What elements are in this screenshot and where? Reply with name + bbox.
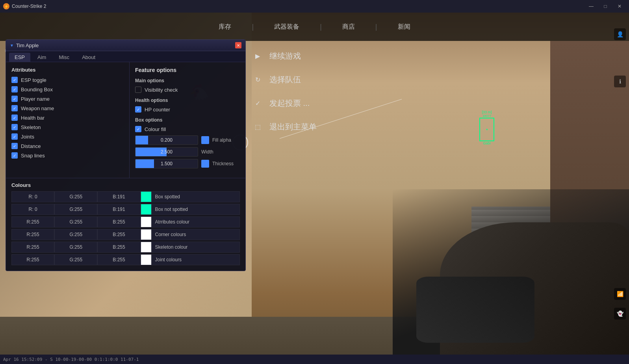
colour-name-3: Corner colours (152, 229, 240, 240)
colour-row-4: R:255 G:255 B:255 Skeleton colour (11, 242, 240, 253)
tab-aim[interactable]: Aim (32, 53, 52, 62)
colour-fill-checkbox[interactable]: ✓ (135, 126, 141, 132)
colour-b-5: B:255 (97, 254, 140, 265)
bounding-box-item: ✓ Bounding Box (11, 86, 124, 92)
snap-lines-checkbox[interactable]: ✓ (11, 152, 18, 159)
colour-swatch-0[interactable] (141, 191, 152, 202)
thickness-color-swatch[interactable] (201, 160, 209, 168)
player-box: ✦ (479, 118, 494, 141)
nav-shop[interactable]: 商店 (338, 21, 360, 33)
player-name-checkbox[interactable]: ✓ (11, 96, 18, 102)
colour-name-4: Skeleton colour (152, 242, 240, 253)
nav-weapons[interactable]: 武器装备 (269, 21, 304, 33)
colour-swatch-5[interactable] (141, 254, 152, 265)
minimize-button[interactable]: — (585, 0, 597, 13)
team-icon: ↻ (252, 74, 263, 85)
nav-news[interactable]: 新闻 (393, 21, 415, 33)
snap-lines-label: Snap lines (21, 153, 45, 159)
tab-misc[interactable]: Misc (53, 53, 75, 62)
app-icon: ⚡ (3, 3, 9, 9)
main-options-section: Main options Visibility check (135, 78, 240, 93)
colour-r-4: R:255 (11, 242, 54, 253)
colour-r-0: R: 0 (11, 191, 54, 202)
weapon-name-checkbox[interactable]: ✓ (11, 105, 18, 111)
colour-r-2: R:255 (11, 216, 54, 227)
box-options-label: Box options (135, 117, 240, 123)
thickness-label: Thickness (212, 161, 240, 166)
bounding-box-checkbox[interactable]: ✓ (11, 86, 18, 92)
weapon-name-label: Weapon name (21, 105, 54, 111)
fill-alpha-row: 0.200 Fill alpha (135, 135, 240, 145)
hp-counter-item: ✓ HP counter (135, 106, 240, 113)
fill-alpha-color-swatch[interactable] (201, 136, 209, 144)
nav-inventory[interactable]: 库存 (214, 21, 236, 33)
user-icon[interactable]: 👤 (614, 28, 626, 40)
info-icon[interactable]: ℹ (614, 76, 626, 87)
thickness-slider[interactable]: 1.500 (135, 159, 198, 168)
colour-fill-label: Colour fill (145, 126, 166, 132)
distance-checkbox[interactable]: ✓ (11, 143, 18, 149)
colour-g-1: G:255 (54, 204, 97, 215)
vote-icon: ✓ (252, 98, 263, 109)
tab-esp[interactable]: ESP (9, 53, 30, 62)
menu-team[interactable]: ↻ 选择队伍 (244, 68, 362, 91)
maximize-button[interactable]: □ (599, 0, 612, 13)
close-button[interactable]: ✕ (613, 0, 626, 13)
main-options-label: Main options (135, 78, 240, 83)
hp-counter-checkbox[interactable]: ✓ (135, 106, 141, 113)
gun-overlay (393, 189, 629, 355)
health-bar-item: ✓ Health bar (11, 115, 124, 121)
colour-row-3: R:255 G:255 B:255 Corner colours (11, 229, 240, 240)
panel-header[interactable]: ▼ Tim Apple ✕ (6, 40, 245, 51)
health-options-label: Health options (135, 98, 240, 103)
menu-vote[interactable]: ✓ 发起投票 ... (244, 91, 362, 115)
hp-counter-label: HP counter (145, 107, 170, 113)
colour-name-1: Box not spotted (152, 204, 240, 215)
colour-swatch-2[interactable] (141, 216, 152, 227)
colour-swatch-3[interactable] (141, 229, 152, 240)
joints-checkbox[interactable]: ✓ (11, 133, 18, 140)
health-options-section: Health options ✓ HP counter (135, 98, 240, 113)
health-bar-checkbox[interactable]: ✓ (11, 115, 18, 121)
player-name-item: ✓ Player name (11, 96, 124, 102)
colour-row-1: R: 0 G:255 B:191 Box not spotted (11, 204, 240, 215)
colour-swatch-4[interactable] (141, 242, 152, 253)
colour-swatch-1[interactable] (141, 204, 152, 215)
joints-item: ✓ Joints (11, 133, 124, 140)
panel-close-button[interactable]: ✕ (235, 42, 241, 48)
distance-label: Distance (21, 143, 41, 149)
esp-toggle-item: ✓ ESP toggle (11, 77, 124, 83)
attributes-column: Attributes ✓ ESP toggle ✓ Bounding Box ✓… (6, 62, 130, 178)
continue-icon: ▶ (252, 50, 263, 61)
feature-options-title: Feature options (135, 67, 240, 73)
visibility-check-checkbox[interactable] (135, 87, 141, 93)
snap-lines-item: ✓ Snap lines (11, 152, 124, 159)
visibility-check-item: Visibility check (135, 87, 240, 93)
menu-quit[interactable]: ⬚ 退出到主菜单 (244, 115, 362, 139)
skeleton-checkbox[interactable]: ✓ (11, 124, 18, 130)
joints-label: Joints (21, 134, 34, 140)
player-distance: [33 m] (479, 110, 494, 114)
nav-sep-1: | (252, 23, 254, 31)
panel-title-area: ▼ Tim Apple (10, 42, 39, 48)
colours-section: Colours R: 0 G:255 B:191 Box spotted R: … (6, 178, 245, 271)
width-slider[interactable]: 2.500 (135, 147, 198, 157)
tab-about[interactable]: About (76, 53, 101, 62)
esp-toggle-checkbox[interactable]: ✓ (11, 77, 18, 83)
quit-icon: ⬚ (252, 121, 263, 132)
colour-g-5: G:255 (54, 254, 97, 265)
skeleton-item: ✓ Skeleton (11, 124, 124, 130)
player-coords: 18077 (479, 114, 494, 118)
thickness-row: 1.500 Thickness (135, 159, 240, 168)
health-bar-label: Health bar (21, 115, 45, 121)
colour-row-5: R:255 G:255 B:255 Joint colours (11, 254, 240, 265)
fill-alpha-slider[interactable]: 0.200 (135, 135, 198, 145)
game-nav: 库存 | 武器装备 | 商店 | 新闻 (0, 13, 629, 41)
attributes-title: Attributes (11, 67, 124, 73)
colour-fill-item: ✓ Colour fill (135, 126, 240, 132)
player-name-label: Player name (21, 96, 50, 102)
menu-continue[interactable]: ▶ 继续游戏 (244, 44, 362, 68)
colour-r-3: R:255 (11, 229, 54, 240)
colour-r-1: R: 0 (11, 204, 54, 215)
visibility-check-label: Visibility check (145, 87, 178, 93)
